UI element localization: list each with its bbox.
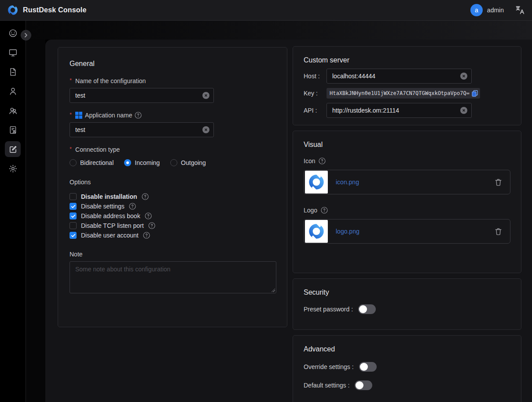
- radio-outgoing[interactable]: Outgoing: [170, 159, 206, 166]
- user-avatar[interactable]: a: [470, 4, 483, 16]
- api-input[interactable]: [327, 103, 472, 118]
- brand: RustDesk Console: [7, 4, 87, 16]
- api-row: API :: [304, 103, 510, 118]
- trash-icon[interactable]: [495, 228, 502, 235]
- option-disable-user-account[interactable]: Disable user account: [70, 230, 275, 240]
- option-disable-tcp-listen-port[interactable]: Disable TCP listen port: [70, 221, 275, 230]
- sidebar-item-devices[interactable]: [3, 43, 22, 62]
- option-disable-installation[interactable]: Disable installation: [70, 192, 275, 201]
- checkbox-checked[interactable]: [70, 232, 77, 239]
- api-field: [327, 103, 472, 118]
- sidebar-item-dashboard[interactable]: [3, 23, 22, 43]
- user-group-icon: [5, 102, 21, 118]
- icon-file-row: icon.png: [304, 170, 510, 194]
- config-name-field: [70, 88, 214, 103]
- radio-bidirectional[interactable]: Bidirectional: [70, 159, 114, 166]
- logo-label: Logo: [304, 207, 510, 214]
- radio-circle-selected[interactable]: [124, 159, 131, 166]
- key-label: Key :: [304, 90, 327, 97]
- clear-icon[interactable]: [460, 73, 467, 80]
- checkbox-checked[interactable]: [70, 203, 77, 210]
- app-name-input[interactable]: [70, 122, 214, 137]
- monitor-icon: [5, 44, 21, 60]
- security-title: Security: [304, 289, 510, 296]
- custom-server-title: Custom server: [304, 56, 510, 64]
- visual-title: Visual: [304, 141, 510, 149]
- help-icon[interactable]: [142, 193, 149, 200]
- language-switch-icon[interactable]: [515, 5, 525, 15]
- checkbox-checked[interactable]: [70, 212, 77, 219]
- document-icon: [5, 64, 21, 80]
- rustdesk-logo-icon: [7, 4, 18, 16]
- help-icon[interactable]: [135, 112, 142, 119]
- option-disable-settings[interactable]: Disable settings: [70, 201, 275, 211]
- help-icon[interactable]: [148, 222, 155, 229]
- host-field: [327, 69, 472, 84]
- checkbox-unchecked[interactable]: [70, 222, 77, 229]
- required-marker: *: [70, 77, 72, 84]
- sidebar-item-groups[interactable]: [3, 101, 22, 120]
- sidebar-item-audit[interactable]: [3, 120, 22, 139]
- clear-icon[interactable]: [202, 92, 209, 99]
- help-icon[interactable]: [129, 203, 136, 210]
- host-input[interactable]: [327, 69, 472, 84]
- logo-file-link[interactable]: logo.png: [336, 228, 360, 235]
- checkbox-unchecked[interactable]: [70, 193, 77, 200]
- visual-card: Visual Icon icon.png Logo: [293, 131, 521, 273]
- clear-icon[interactable]: [202, 126, 209, 133]
- right-column: Custom server Host : Key : HtaXBkJNHyn0e…: [293, 46, 521, 402]
- sidebar-expand-button[interactable]: [21, 30, 31, 40]
- radio-incoming[interactable]: Incoming: [124, 159, 160, 166]
- clear-icon[interactable]: [460, 107, 467, 114]
- app-name-label: * Application name: [70, 112, 275, 119]
- preset-password-toggle[interactable]: [358, 304, 376, 314]
- host-label: Host :: [304, 73, 327, 80]
- app-header: RustDesk Console a admin: [0, 0, 532, 21]
- username[interactable]: admin: [487, 7, 504, 14]
- top-band: [26, 21, 532, 40]
- sidebar-item-settings[interactable]: [3, 159, 22, 178]
- general-card: General * Name of the configuration * Ap…: [58, 47, 287, 327]
- connection-type-group: Bidirectional Incoming Outgoing: [70, 159, 275, 166]
- icon-file-link[interactable]: icon.png: [336, 179, 359, 186]
- key-value: HtaXBkJNHyn0e1U1jWXze7A7CN7QTGWqxkOtpaVp…: [330, 90, 470, 96]
- logo-file-thumbnail: [305, 220, 328, 243]
- sidebar-item-users[interactable]: [3, 81, 22, 101]
- content-container: General * Name of the configuration * Ap…: [45, 40, 532, 402]
- default-settings-label: Default settings :: [304, 382, 349, 389]
- radio-circle[interactable]: [170, 159, 177, 166]
- preset-password-label: Preset password :: [304, 306, 353, 313]
- config-name-input[interactable]: [70, 88, 214, 103]
- sidebar-item-custom-client[interactable]: [3, 139, 22, 159]
- left-gutter: [26, 40, 45, 402]
- radio-circle[interactable]: [70, 159, 77, 166]
- required-marker: *: [70, 111, 72, 118]
- note-textarea[interactable]: [70, 261, 276, 293]
- trash-icon[interactable]: [495, 179, 502, 186]
- override-settings-toggle[interactable]: [359, 362, 377, 372]
- connection-type-label: * Connection type: [70, 146, 275, 153]
- audit-log-icon: [5, 122, 21, 138]
- advanced-card: Advanced Override settings : Default set…: [293, 335, 521, 402]
- windows-icon: [75, 112, 82, 119]
- rustdesk-logo-icon: [308, 173, 325, 191]
- security-card: Security Preset password :: [293, 278, 521, 330]
- key-value-pill: HtaXBkJNHyn0e1U1jWXze7A7CN7QTGWqxkOtpaVp…: [327, 88, 480, 99]
- option-disable-address-book[interactable]: Disable address book: [70, 211, 275, 221]
- custom-server-card: Custom server Host : Key : HtaXBkJNHyn0e…: [293, 46, 521, 125]
- help-icon[interactable]: [321, 207, 328, 214]
- copy-icon[interactable]: [471, 90, 478, 97]
- override-settings-label: Override settings :: [304, 363, 354, 370]
- help-icon[interactable]: [319, 157, 326, 164]
- host-row: Host :: [304, 69, 510, 84]
- app-title: RustDesk Console: [23, 6, 87, 14]
- sidebar: [0, 21, 26, 402]
- help-icon[interactable]: [143, 232, 150, 239]
- logo-file-row: logo.png: [304, 219, 510, 244]
- default-settings-toggle[interactable]: [355, 380, 372, 390]
- help-icon[interactable]: [145, 212, 152, 219]
- default-settings-row: Default settings :: [304, 380, 510, 390]
- smiley-icon: [5, 25, 21, 41]
- advanced-title: Advanced: [304, 345, 510, 353]
- sidebar-item-documents[interactable]: [3, 62, 22, 81]
